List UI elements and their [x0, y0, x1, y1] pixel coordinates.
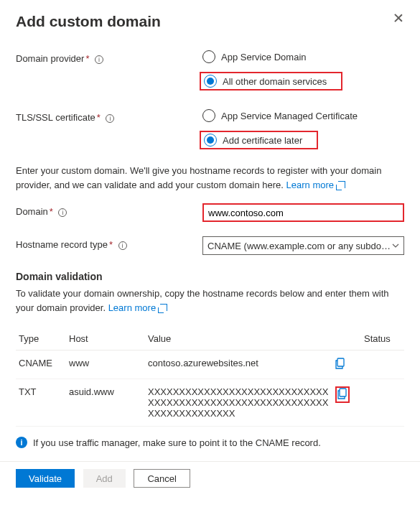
radio-app-service-domain[interactable]: App Service Domain — [202, 50, 404, 63]
learn-more-link[interactable]: Learn more — [286, 180, 345, 190]
info-icon[interactable]: i — [106, 114, 114, 123]
validation-desc: To validate your domain ownership, copy … — [16, 287, 404, 315]
domain-provider-label: Domain provider* i — [16, 50, 202, 64]
tls-cert-label: TLS/SSL certificate* i — [16, 109, 202, 123]
cell-status — [361, 350, 404, 379]
th-host: Host — [66, 328, 145, 350]
cell-host: www — [66, 350, 145, 379]
domain-label: Domain* i — [16, 203, 202, 217]
th-value: Value — [145, 328, 332, 350]
th-type: Type — [16, 328, 66, 350]
external-link-icon — [338, 181, 345, 188]
copy-icon[interactable] — [337, 391, 347, 401]
radio-app-service-cert[interactable]: App Service Managed Certificate — [202, 109, 404, 122]
dialog-title: Add custom domain — [16, 13, 161, 30]
info-icon[interactable]: i — [118, 241, 127, 250]
table-row: CNAMEwwwcontoso.azurewebsites.net — [16, 350, 404, 379]
radio-label: All other domain services — [223, 76, 327, 87]
external-link-icon — [160, 304, 167, 311]
svg-rect-1 — [340, 389, 346, 396]
hostname-type-select[interactable]: CNAME (www.example.com or any subdo… — [202, 236, 404, 255]
validation-title: Domain validation — [16, 271, 404, 282]
info-icon[interactable]: i — [95, 55, 103, 64]
cell-value: XXXXXXXXXXXXXXXXXXXXXXXXXXXXXXXXXXXXXXXX… — [145, 379, 332, 427]
radio-label: App Service Managed Certificate — [221, 111, 358, 121]
hostname-type-label: Hostname record type* i — [16, 236, 202, 250]
learn-more-link[interactable]: Learn more — [108, 302, 167, 313]
cell-type: CNAME — [16, 350, 66, 379]
select-value: CNAME (www.example.com or any subdo… — [207, 241, 391, 251]
copy-icon[interactable] — [335, 361, 345, 371]
radio-label: App Service Domain — [221, 52, 307, 62]
cell-type: TXT — [16, 379, 66, 427]
cell-value: contoso.azurewebsites.net — [145, 350, 332, 379]
th-status: Status — [361, 328, 404, 350]
traffic-manager-note: If you use traffic manager, make sure to… — [33, 437, 321, 448]
radio-add-cert-later[interactable]: Add certificate later — [202, 134, 302, 147]
table-row: TXTasuid.wwwXXXXXXXXXXXXXXXXXXXXXXXXXXXX… — [16, 379, 404, 427]
cell-status — [361, 379, 404, 427]
add-button: Add — [83, 469, 126, 488]
close-icon[interactable] — [393, 13, 404, 24]
cell-host: asuid.www — [66, 379, 145, 427]
info-icon[interactable]: i — [58, 208, 67, 217]
domain-input[interactable] — [204, 205, 403, 220]
records-table: Type Host Value Status CNAMEwwwcontoso.a… — [16, 328, 404, 427]
radio-all-other-domain[interactable]: All other domain services — [202, 75, 327, 88]
chevron-down-icon — [392, 242, 399, 249]
radio-label: Add certificate later — [223, 135, 302, 146]
validate-button[interactable]: Validate — [16, 469, 75, 488]
domain-description: Enter your custom domain. We'll give you… — [16, 164, 404, 192]
info-badge-icon: i — [16, 437, 27, 448]
svg-rect-0 — [337, 358, 344, 366]
cancel-button[interactable]: Cancel — [134, 469, 190, 488]
